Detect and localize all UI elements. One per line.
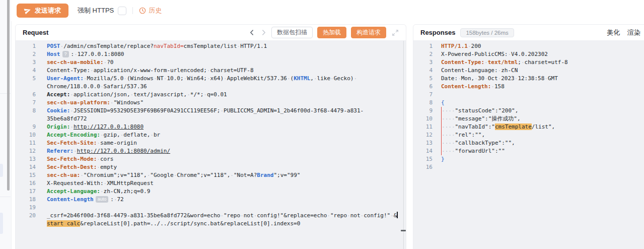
code-text: Cookie: JSESSIONID=95329D5E39F69B69F0A29… — [47, 107, 406, 123]
code-line: 6Accept: application/json, text/javascri… — [16, 91, 406, 99]
request-panel: Request 数据包扫描 热加载 构造请求 1POST /admin/cmsT… — [15, 24, 406, 249]
request-editor-scroll-thumb[interactable] — [401, 230, 406, 231]
code-text: "callbackType":"", — [441, 139, 644, 147]
code-line: 1HTTP/1.1 200 — [413, 42, 644, 50]
response-stats-badge: 158bytes / 26ms — [460, 28, 514, 37]
line-number: 20 — [16, 212, 36, 228]
request-panel-header: Request 数据包扫描 热加载 构造请求 — [16, 25, 406, 41]
code-line: 10 "message":"操作成功", — [413, 115, 644, 123]
code-line: 3Content-Type: text/html; charset=utf-8 — [413, 58, 644, 67]
line-number: 14 — [413, 147, 433, 155]
code-text: Accept-Encoding: gzip, deflate, br — [47, 131, 406, 139]
line-number: 6 — [413, 83, 433, 91]
sidebar-item-edge — [0, 164, 3, 177]
code-text: Content-Length: 158 — [441, 83, 644, 91]
line-number: 6 — [16, 91, 36, 99]
highlighted-text: start calc — [47, 220, 80, 227]
request-editor-scroll-track — [403, 41, 404, 249]
line-number: 9 — [16, 123, 36, 131]
code-text: Content-Language: zh-CN — [441, 67, 644, 75]
line-number: 19 — [16, 204, 36, 212]
line-number: 8 — [413, 99, 433, 107]
code-text: Content-Type: text/html; charset=utf-8 — [441, 58, 644, 67]
send-request-button[interactable]: 发送请求 — [17, 4, 68, 18]
code-text: Accept-Language: zh-CN,zh;q=0.9 — [47, 188, 406, 196]
code-text: POST /admin/cmsTemplate/replace?navTabId… — [47, 42, 406, 50]
code-line: 2X-Powered-PublicCMS: V4.0.202302 — [413, 50, 644, 58]
line-number: 7 — [16, 99, 36, 107]
code-line: 14Sec-Fetch-Dest: empty — [16, 163, 406, 171]
code-line: 12 "rel":"", — [413, 131, 644, 139]
code-line: 1POST /admin/cmsTemplate/replace?navTabI… — [16, 42, 406, 50]
code-line: 13 "callbackType":"", — [413, 139, 644, 147]
line-number: 11 — [413, 123, 433, 131]
chevron-left-icon[interactable] — [248, 29, 255, 36]
send-icon — [24, 7, 31, 14]
code-line: 17Accept-Language: zh-CN,zh;q=0.9 — [16, 188, 406, 196]
line-number: 15 — [16, 171, 36, 179]
code-text: { — [441, 99, 644, 107]
code-text: "rel":"", — [441, 131, 644, 139]
code-line: 19 — [16, 204, 406, 212]
beautify-button[interactable]: 美化 — [607, 28, 620, 37]
code-text: Sec-Fetch-Mode: cors — [47, 155, 406, 163]
line-number: 2 — [16, 50, 36, 58]
code-line: 3sec-ch-ua-mobile: ?0 — [16, 58, 406, 67]
line-number: 12 — [16, 147, 36, 155]
history-link[interactable]: 历史 — [139, 6, 162, 15]
code-line: 2Host?: 127.0.0.1:8080 — [16, 50, 406, 58]
code-text: sec-ch-ua-platform: "Windows" — [47, 99, 406, 107]
code-line: 6Content-Length: 158 — [413, 83, 644, 91]
code-text: "navTabId":"cmsTemplate/list", — [441, 123, 644, 131]
response-editor[interactable]: 1HTTP/1.1 2002X-Powered-PublicCMS: V4.0.… — [413, 41, 644, 249]
force-https-checkbox[interactable] — [118, 7, 126, 15]
line-number: 5 — [413, 75, 433, 83]
code-text: "statusCode":"200", — [441, 107, 644, 115]
code-text: X-Requested-With: XMLHttpRequest — [47, 179, 406, 188]
render-button[interactable]: 渲染 — [627, 28, 640, 37]
line-number: 8 — [16, 107, 36, 123]
sidebar-scrollbar[interactable] — [7, 0, 10, 191]
request-panel-title: Request — [23, 29, 48, 36]
code-line: 9Origin: http://127.0.0.1:8080 — [16, 123, 406, 131]
code-text: HTTP/1.1 200 — [441, 42, 644, 50]
line-number: 7 — [413, 91, 433, 99]
chevron-right-icon[interactable] — [260, 29, 267, 36]
sidebar-divider — [0, 197, 11, 197]
code-line: 15sec-ch-ua: "Chromium";v="118", "Google… — [16, 171, 406, 179]
code-text: Origin: http://127.0.0.1:8080 — [47, 123, 406, 131]
clock-icon — [139, 7, 146, 14]
inline-badge: ? — [62, 51, 69, 57]
line-number: 4 — [413, 67, 433, 75]
response-panel-title: Responses — [420, 29, 455, 36]
code-line: 9 "statusCode":"200", — [413, 107, 644, 115]
code-line: 7 — [413, 91, 644, 99]
line-number: 18 — [16, 196, 36, 204]
line-number: 10 — [16, 131, 36, 139]
build-request-button[interactable]: 构造请求 — [351, 27, 386, 38]
code-line: 11 "navTabId":"cmsTemplate/list", — [413, 123, 644, 131]
code-text: Date: Mon, 30 Oct 2023 12:38:58 GMT — [441, 75, 644, 83]
hot-reload-button[interactable]: 热加载 — [317, 27, 346, 38]
toolbar-divider — [132, 7, 133, 14]
code-text: Sec-Fetch-Dest: empty — [47, 163, 406, 171]
code-text: sec-ch-ua-mobile: ?0 — [47, 58, 406, 67]
line-number: 5 — [16, 75, 36, 91]
line-number: 17 — [16, 188, 36, 196]
code-text: Referer: http://127.0.0.1:8080/admin/ — [47, 147, 406, 155]
line-number: 13 — [413, 139, 433, 147]
fullscreen-icon[interactable] — [392, 29, 399, 36]
code-text: X-Powered-PublicCMS: V4.0.202302 — [441, 50, 644, 58]
force-https-label: 强制 HTTPS — [78, 6, 114, 15]
highlighted-text: cmsTemplate — [495, 123, 532, 130]
line-number: 11 — [16, 139, 36, 147]
code-text: User-Agent: Mozilla/5.0 (Windows NT 10.0… — [47, 75, 406, 91]
code-line: 5User-Agent: Mozilla/5.0 (Windows NT 10.… — [16, 75, 406, 91]
packet-scan-button[interactable]: 数据包扫描 — [271, 27, 313, 38]
code-line: 20_csrf=2b46f00d-3f68-4479-a831-35be6a8f… — [16, 212, 406, 228]
code-line: 10Accept-Encoding: gzip, deflate, br — [16, 131, 406, 139]
request-editor[interactable]: 1POST /admin/cmsTemplate/replace?navTabI… — [16, 41, 406, 249]
code-text: "forwardUrl":"" — [441, 147, 644, 155]
code-text: _csrf=2b46f00d-3f68-4479-a831-35be6a8fd7… — [47, 212, 406, 228]
code-line: 15} — [413, 155, 644, 163]
